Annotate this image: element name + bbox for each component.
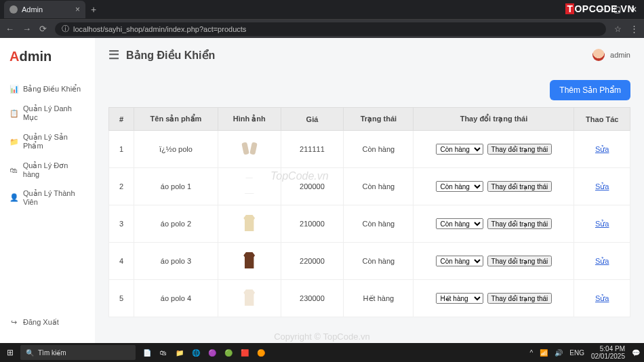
table-row: 3 áo polo 2 210000 Còn hàng Còn hàngHết … bbox=[109, 205, 630, 243]
status-select[interactable]: Còn hàngHết hàng bbox=[436, 181, 483, 192]
tray-language[interactable]: ENG bbox=[569, 349, 584, 357]
product-price: 210000 bbox=[281, 205, 344, 243]
action-cell: Sửa bbox=[574, 280, 630, 317]
menu-toggle-icon[interactable]: ☰ bbox=[108, 47, 119, 62]
user-label: admin bbox=[610, 51, 630, 59]
product-name: áo polo 4 bbox=[134, 280, 218, 317]
change-status-button[interactable]: Thay đổi trạng thái bbox=[487, 218, 552, 229]
user-menu[interactable]: admin bbox=[592, 49, 630, 61]
start-button[interactable]: ⊞ bbox=[0, 348, 20, 357]
tray-sound-icon[interactable]: 🔊 bbox=[555, 349, 563, 357]
change-status-cell: Còn hàngHết hàng Thay đổi trạng thái bbox=[414, 243, 574, 280]
status-select[interactable]: Còn hàngHết hàng bbox=[436, 256, 483, 266]
nav-label: Quản Lý Danh Mục bbox=[23, 104, 85, 122]
sidebar-item[interactable]: 📋Quản Lý Danh Mục bbox=[7, 99, 88, 127]
row-num: 2 bbox=[109, 168, 134, 205]
change-status-button[interactable]: Thay đổi trạng thái bbox=[487, 181, 552, 192]
logo: Admin bbox=[7, 49, 88, 64]
change-status-cell: Còn hàngHết hàng Thay đổi trạng thái bbox=[414, 280, 574, 317]
app-icon[interactable]: 🟥 bbox=[237, 345, 252, 360]
action-cell: Sửa bbox=[574, 131, 630, 168]
sidebar-item[interactable]: 📊Bảng Điều Khiển bbox=[7, 79, 88, 99]
thumbnail-icon bbox=[241, 252, 258, 268]
browser-tab[interactable]: Admin × bbox=[4, 1, 85, 18]
sidebar-item[interactable]: 📁Quản Lý Sản Phẩm bbox=[7, 127, 88, 156]
sidebar: Admin 📊Bảng Điều Khiển📋Quản Lý Danh Mục📁… bbox=[0, 38, 95, 343]
sidebar-item[interactable]: 🛍Quản Lý Đơn hàng bbox=[7, 156, 88, 184]
nav-icon: 🛍 bbox=[9, 166, 18, 174]
product-status: Còn hàng bbox=[344, 131, 414, 168]
product-name: áo polo 1 bbox=[134, 168, 218, 205]
reload-icon[interactable]: ⟳ bbox=[39, 24, 47, 34]
status-select[interactable]: Còn hàngHết hàng bbox=[436, 144, 483, 155]
nav-label: Quản Lý Sản Phẩm bbox=[23, 133, 85, 150]
forward-icon[interactable]: → bbox=[22, 24, 31, 34]
table-header: Thay đổi trạng thái bbox=[414, 108, 574, 131]
taskbar-apps: 📄 🛍 📁 🌐 🟣 🟢 🟥 🟠 bbox=[140, 345, 268, 360]
nav-label: Quản Lý Đơn hàng bbox=[23, 161, 85, 178]
table-row: 1 ï¿½o polo 211111 Còn hàng Còn hàngHết … bbox=[109, 131, 630, 168]
status-select[interactable]: Còn hàngHết hàng bbox=[436, 218, 483, 229]
table-header: Giá bbox=[281, 108, 344, 131]
thumbnail-icon bbox=[241, 140, 258, 157]
nav-label: Quản Lý Thành Viên bbox=[23, 189, 85, 206]
change-status-button[interactable]: Thay đổi trạng thái bbox=[487, 293, 552, 304]
avatar bbox=[592, 49, 605, 61]
product-image bbox=[218, 280, 281, 317]
app-icon[interactable]: 📄 bbox=[140, 345, 155, 360]
url-field[interactable]: ⓘ localhost/sayhi_shop/admin/index.php?a… bbox=[55, 22, 606, 36]
edit-link[interactable]: Sửa bbox=[595, 182, 609, 190]
bookmark-icon[interactable]: ☆ bbox=[614, 24, 622, 34]
tray-network-icon[interactable]: 📶 bbox=[540, 349, 548, 357]
back-icon[interactable]: ← bbox=[5, 24, 14, 34]
status-select[interactable]: Còn hàngHết hàng bbox=[436, 293, 483, 304]
nav-label: Bảng Điều Khiển bbox=[23, 85, 81, 94]
watermark-brand: TOPCODE.VN bbox=[565, 3, 635, 14]
app-icon[interactable]: 🌐 bbox=[188, 345, 203, 360]
products-table: #Tên sản phẩmHình ảnhGiáTrạng tháiThay đ… bbox=[108, 107, 630, 317]
product-status: Hết hàng bbox=[344, 280, 414, 317]
product-status: Còn hàng bbox=[344, 243, 414, 280]
menu-icon[interactable]: ⋮ bbox=[630, 24, 639, 34]
product-status: Còn hàng bbox=[344, 205, 414, 243]
clock[interactable]: 5:04 PM 02/01/2025 bbox=[591, 345, 625, 360]
edit-link[interactable]: Sửa bbox=[595, 145, 609, 153]
notifications-icon[interactable]: 💬 bbox=[632, 349, 640, 357]
taskbar-search[interactable]: 🔍 Tìm kiếm bbox=[20, 345, 136, 360]
product-name: áo polo 2 bbox=[134, 205, 218, 243]
system-tray: ^ 📶 🔊 ENG 5:04 PM 02/01/2025 💬 bbox=[530, 345, 644, 360]
nav-icon: 📊 bbox=[9, 85, 18, 94]
row-num: 3 bbox=[109, 205, 134, 243]
product-price: 200000 bbox=[281, 168, 344, 205]
change-status-button[interactable]: Thay đổi trạng thái bbox=[487, 256, 552, 266]
action-cell: Sửa bbox=[574, 205, 630, 243]
app-icon[interactable]: 🟣 bbox=[205, 345, 220, 360]
sidebar-item[interactable]: 👤Quản Lý Thành Viên bbox=[7, 184, 88, 212]
tray-expand-icon[interactable]: ^ bbox=[530, 349, 534, 357]
taskbar: ⊞ 🔍 Tìm kiếm 📄 🛍 📁 🌐 🟣 🟢 🟥 🟠 ^ 📶 🔊 ENG 5… bbox=[0, 343, 644, 362]
product-image bbox=[218, 168, 281, 205]
url-text: localhost/sayhi_shop/admin/index.php?act… bbox=[73, 25, 246, 33]
table-row: 4 áo polo 3 220000 Còn hàng Còn hàngHết … bbox=[109, 243, 630, 280]
action-cell: Sửa bbox=[574, 168, 630, 205]
app-icon[interactable]: 🟠 bbox=[254, 345, 268, 360]
new-tab-button[interactable]: + bbox=[91, 4, 96, 15]
app-icon[interactable]: 🟢 bbox=[221, 345, 236, 360]
logout-link[interactable]: ↪ Đăng Xuất bbox=[7, 313, 88, 332]
tab-favicon bbox=[9, 5, 18, 14]
row-num: 1 bbox=[109, 131, 134, 168]
table-row: 2 áo polo 1 200000 Còn hàng Còn hàngHết … bbox=[109, 168, 630, 205]
page-header: ☰ Bảng Điều Khiển admin bbox=[108, 47, 630, 62]
tab-title: Admin bbox=[22, 5, 43, 14]
logout-label: Đăng Xuất bbox=[23, 318, 59, 327]
tab-close-icon[interactable]: × bbox=[75, 5, 80, 14]
app-icon[interactable]: 📁 bbox=[172, 345, 187, 360]
product-name: ï¿½o polo bbox=[134, 131, 218, 168]
add-product-button[interactable]: Thêm Sản Phẩm bbox=[550, 80, 630, 100]
edit-link[interactable]: Sửa bbox=[595, 220, 609, 228]
edit-link[interactable]: Sửa bbox=[595, 294, 609, 302]
thumbnail-icon bbox=[241, 215, 258, 231]
edit-link[interactable]: Sửa bbox=[595, 257, 609, 265]
app-icon[interactable]: 🛍 bbox=[156, 345, 171, 360]
change-status-button[interactable]: Thay đổi trạng thái bbox=[487, 144, 552, 155]
